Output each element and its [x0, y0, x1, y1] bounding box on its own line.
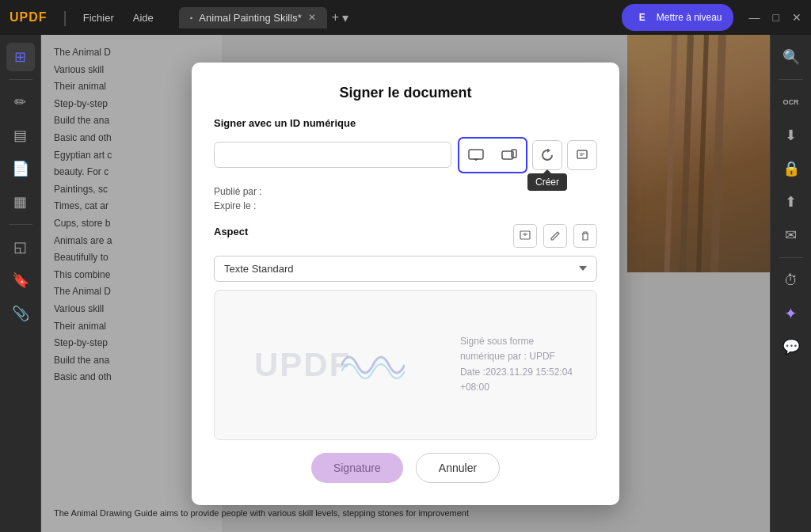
sign-icon-refresh[interactable]	[532, 140, 562, 170]
right-sidebar: 🔍 OCR ⬇ 🔒 ⬆ ✉ ⏱ ✦ 💬	[770, 35, 811, 532]
sidebar-right-ocr[interactable]: OCR	[777, 88, 805, 116]
tab-close-button[interactable]: ✕	[308, 12, 316, 23]
close-window-button[interactable]: ✕	[792, 11, 801, 24]
user-avatar: E	[633, 8, 652, 27]
titlebar-divider: |	[63, 9, 67, 27]
sidebar-icon-edit[interactable]: ✏	[6, 88, 35, 116]
sidebar-divider-2	[9, 224, 32, 225]
sidebar-icon-bookmark[interactable]: 🔖	[6, 266, 35, 294]
sidebar-right-divider2	[779, 257, 803, 258]
sig-wave	[341, 341, 405, 389]
sign-id-row: Créer	[214, 137, 597, 173]
modal-title: Signer le document	[214, 85, 597, 101]
app-logo: UPDF	[10, 10, 48, 25]
content-area: The Animal D Various skill Their animal …	[41, 35, 770, 532]
aspect-select[interactable]: Texte Standard	[214, 256, 597, 282]
sig-preview-text: Signé sous forme numérique par : UPDF Da…	[460, 334, 573, 395]
menu-aide[interactable]: Aide	[127, 9, 160, 27]
upgrade-label: Mettre à niveau	[657, 12, 722, 23]
sign-icon-screen1[interactable]	[461, 140, 491, 170]
sidebar-icon-highlight[interactable]: ▤	[6, 121, 35, 150]
tab-area: ▪ Animal Painting Skills* ✕ + ▾	[179, 7, 615, 28]
aspect-icon-group	[513, 224, 597, 248]
sidebar-divider-1	[9, 79, 32, 80]
sidebar-icon-layout[interactable]: ▦	[6, 188, 35, 216]
sign-icon-export[interactable]	[567, 140, 597, 170]
sidebar-right-upload[interactable]: ⬆	[777, 188, 805, 216]
aspect-add-button[interactable]	[513, 224, 537, 248]
sidebar-right-email[interactable]: ✉	[777, 221, 805, 249]
svg-rect-9	[577, 150, 587, 158]
signature-preview: UPDF Signé sous forme numérique par : UP…	[214, 290, 597, 440]
tab-dropdown-button[interactable]: ▾	[342, 10, 348, 25]
sign-id-input[interactable]	[214, 142, 451, 168]
sidebar-right-search[interactable]: 🔍	[777, 43, 805, 71]
aspect-delete-button[interactable]	[573, 224, 597, 248]
menu-fichier[interactable]: Fichier	[77, 9, 120, 27]
sidebar-icon-attachment[interactable]: 📎	[6, 299, 35, 328]
tab-add-button[interactable]: +	[332, 10, 339, 25]
sidebar-right-lock[interactable]: 🔒	[777, 154, 805, 183]
sidebar-right-divider1	[779, 79, 803, 80]
aspect-header: Aspect	[214, 224, 597, 248]
sign-icon-group	[458, 137, 527, 173]
sidebar-icon-page[interactable]: 📄	[6, 154, 35, 183]
creer-tooltip-wrapper: Créer	[532, 140, 562, 170]
sign-document-modal: Signer le document Signer avec un ID num…	[192, 63, 619, 505]
tab-active[interactable]: ▪ Animal Painting Skills* ✕	[179, 7, 327, 28]
sidebar-right-import[interactable]: ⬇	[777, 121, 805, 150]
svg-rect-4	[469, 150, 483, 159]
window-controls: — □ ✕	[749, 11, 801, 24]
titlebar: UPDF | Fichier Aide ▪ Animal Painting Sk…	[0, 0, 811, 35]
aspect-edit-button[interactable]	[543, 224, 567, 248]
titlebar-right: E Mettre à niveau — □ ✕	[622, 4, 801, 31]
sidebar-right-ai[interactable]: ✦	[777, 299, 805, 328]
modal-overlay: Signer le document Signer avec un ID num…	[41, 35, 770, 532]
aspect-section: Aspect	[214, 224, 597, 440]
minimize-window-button[interactable]: —	[749, 11, 760, 24]
sidebar-right-chat[interactable]: 💬	[777, 332, 805, 361]
tab-icon: ▪	[190, 13, 193, 22]
signature-button[interactable]: Signature	[311, 453, 403, 483]
sig-logo: UPDF	[254, 346, 351, 384]
creer-bubble: Créer	[527, 173, 567, 191]
modal-footer: Signature Annuler	[214, 453, 597, 483]
sidebar-icon-layers[interactable]: ◱	[6, 233, 35, 261]
sidebar-icon-home[interactable]: ⊞	[6, 43, 35, 71]
upgrade-button[interactable]: E Mettre à niveau	[622, 4, 733, 31]
maximize-window-button[interactable]: □	[773, 11, 779, 24]
left-sidebar: ⊞ ✏ ▤ 📄 ▦ ◱ 🔖 📎	[0, 35, 41, 532]
aspect-label: Aspect	[214, 226, 248, 238]
sign-icon-screen2[interactable]	[494, 140, 524, 170]
expire-le-row: Expire le :	[214, 200, 597, 211]
main-layout: ⊞ ✏ ▤ 📄 ▦ ◱ 🔖 📎 The Animal D Various ski…	[0, 35, 811, 532]
sign-id-label: Signer avec un ID numérique	[214, 117, 597, 129]
cancel-button[interactable]: Annuler	[416, 453, 500, 483]
sidebar-right-history[interactable]: ⏱	[777, 266, 805, 294]
tab-title: Animal Painting Skills*	[199, 12, 301, 24]
